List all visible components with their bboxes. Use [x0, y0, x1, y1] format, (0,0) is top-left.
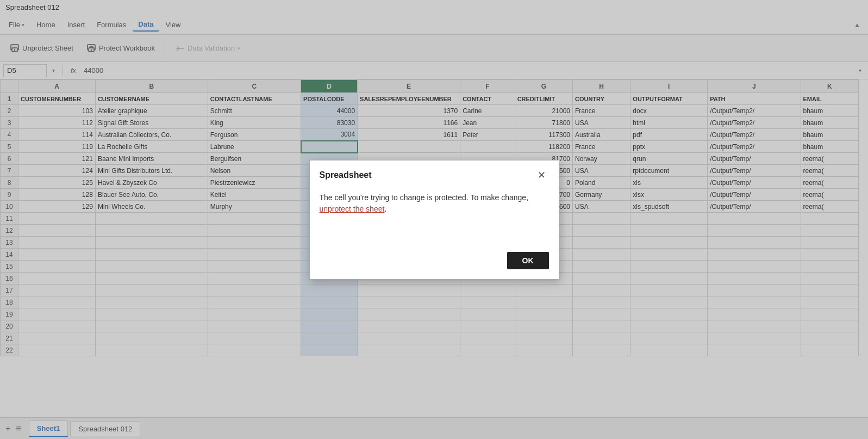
modal-header: Spreadsheet ✕ — [310, 160, 559, 187]
modal-close-button[interactable]: ✕ — [534, 168, 549, 182]
modal-footer: OK — [310, 246, 559, 279]
modal-dialog: Spreadsheet ✕ The cell you're trying to … — [309, 160, 559, 280]
modal-unprotect-link[interactable]: unprotect the sheet — [320, 205, 385, 213]
modal-ok-button[interactable]: OK — [507, 252, 549, 269]
modal-body: The cell you're trying to change is prot… — [310, 187, 559, 246]
modal-message-part2: . — [384, 205, 386, 213]
modal-title: Spreadsheet — [320, 170, 372, 180]
modal-message-part1: The cell you're trying to change is prot… — [320, 193, 529, 202]
modal-overlay: Spreadsheet ✕ The cell you're trying to … — [0, 0, 868, 439]
